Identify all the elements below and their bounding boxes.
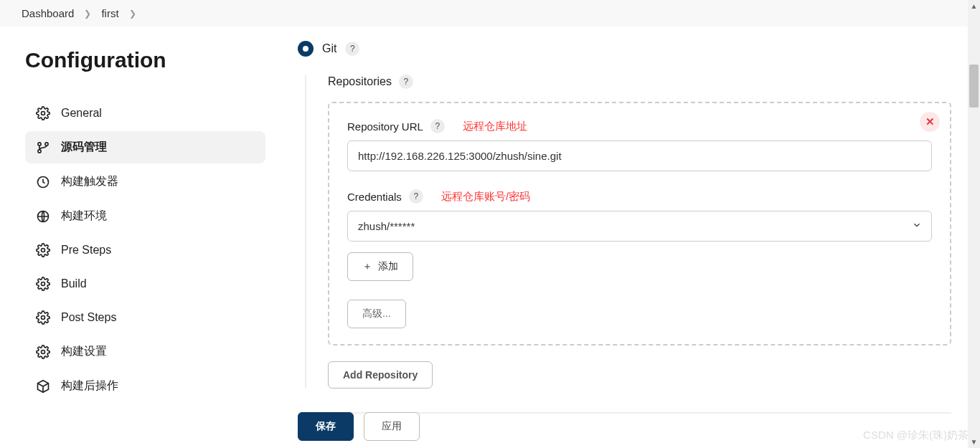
svg-point-8 bbox=[42, 316, 45, 320]
sidebar-item-poststeps[interactable]: Post Steps bbox=[25, 302, 265, 333]
sidebar-item-general[interactable]: General bbox=[25, 97, 265, 129]
apply-button[interactable]: 应用 bbox=[364, 412, 420, 441]
credentials-annotation: 远程仓库账号/密码 bbox=[441, 190, 530, 204]
gear-icon bbox=[36, 310, 50, 325]
repository-box: ✕ Repository URL ? 远程仓库地址 Credentials ? … bbox=[328, 102, 951, 345]
sidebar-item-scm[interactable]: 源码管理 bbox=[25, 131, 265, 163]
gear-icon bbox=[36, 345, 50, 359]
scroll-up-icon[interactable]: ▲ bbox=[968, 0, 980, 12]
page-title: Configuration bbox=[25, 48, 265, 72]
svg-point-6 bbox=[42, 249, 45, 252]
repositories-label: Repositories bbox=[328, 75, 392, 88]
sidebar-item-presteps[interactable]: Pre Steps bbox=[25, 234, 265, 266]
sidebar-item-label: 源码管理 bbox=[61, 140, 107, 155]
box-icon bbox=[36, 379, 50, 394]
repo-url-label: Repository URL bbox=[347, 120, 423, 133]
scrollbar-vertical[interactable]: ▲ ▼ bbox=[968, 0, 980, 448]
sidebar-item-label: Post Steps bbox=[61, 311, 116, 324]
scrollbar-thumb[interactable] bbox=[969, 65, 979, 108]
sidebar-item-label: Pre Steps bbox=[61, 244, 111, 257]
chevron-right-icon: ❯ bbox=[129, 9, 136, 19]
svg-point-2 bbox=[38, 149, 41, 152]
credentials-select[interactable]: zhush/****** bbox=[347, 211, 932, 242]
repo-url-annotation: 远程仓库地址 bbox=[463, 120, 527, 133]
breadcrumb: Dashboard ❯ first ❯ bbox=[0, 0, 980, 27]
gear-icon bbox=[36, 277, 50, 291]
sidebar-item-label: 构建环境 bbox=[61, 209, 107, 224]
scroll-down-icon[interactable]: ▼ bbox=[968, 436, 980, 448]
svg-point-0 bbox=[42, 112, 45, 115]
add-credentials-button[interactable]: ＋ 添加 bbox=[347, 252, 413, 281]
add-credentials-label: 添加 bbox=[378, 260, 398, 273]
advanced-button[interactable]: 高级... bbox=[347, 300, 406, 328]
svg-point-3 bbox=[45, 142, 48, 145]
sidebar-item-buildsettings[interactable]: 构建设置 bbox=[25, 335, 265, 368]
chevron-right-icon: ❯ bbox=[84, 9, 91, 19]
repo-url-input[interactable] bbox=[347, 140, 932, 171]
sidebar-item-label: 构建后操作 bbox=[61, 378, 118, 394]
help-icon[interactable]: ? bbox=[345, 42, 359, 56]
sidebar-item-label: 构建触发器 bbox=[61, 174, 118, 189]
sidebar-item-build[interactable]: Build bbox=[25, 268, 265, 300]
svg-point-9 bbox=[42, 350, 45, 353]
main-content: Git ? Repositories ? ✕ Repository URL ? … bbox=[287, 41, 980, 404]
add-repository-label: Add Repository bbox=[343, 369, 418, 381]
repositories-heading: Repositories ? bbox=[328, 75, 951, 89]
help-icon[interactable]: ? bbox=[399, 75, 413, 89]
scm-git-radio-row[interactable]: Git ? bbox=[298, 41, 951, 57]
help-icon[interactable]: ? bbox=[409, 189, 423, 204]
close-icon: ✕ bbox=[925, 115, 935, 128]
credentials-label: Credentials bbox=[347, 191, 402, 203]
gear-icon bbox=[36, 243, 50, 257]
sidebar-item-label: 构建设置 bbox=[61, 344, 107, 359]
branch-icon bbox=[36, 140, 50, 155]
breadcrumb-item-first[interactable]: first bbox=[101, 7, 118, 19]
sidebar-item-postbuild[interactable]: 构建后操作 bbox=[25, 370, 265, 402]
watermark: CSDN @珍朱(珠)奶茶 bbox=[863, 429, 969, 442]
sidebar-item-label: Build bbox=[61, 277, 87, 290]
radio-selected-icon[interactable] bbox=[298, 41, 314, 57]
globe-icon bbox=[36, 209, 50, 224]
scm-git-label: Git bbox=[322, 42, 336, 55]
sidebar-item-label: General bbox=[61, 107, 102, 120]
add-repository-button[interactable]: Add Repository bbox=[328, 361, 433, 389]
remove-repo-button[interactable]: ✕ bbox=[920, 112, 940, 132]
clock-icon bbox=[36, 175, 50, 189]
help-icon[interactable]: ? bbox=[430, 119, 445, 133]
sidebar: Configuration General 源码管理 构建触发器 构建环境 bbox=[0, 41, 287, 404]
svg-point-1 bbox=[38, 142, 41, 145]
sidebar-item-triggers[interactable]: 构建触发器 bbox=[25, 166, 265, 198]
save-button[interactable]: 保存 bbox=[298, 412, 354, 441]
svg-point-7 bbox=[42, 282, 45, 286]
gear-icon bbox=[36, 106, 50, 120]
plus-icon: ＋ bbox=[362, 260, 372, 273]
sidebar-item-env[interactable]: 构建环境 bbox=[25, 200, 265, 232]
advanced-label: 高级... bbox=[362, 308, 391, 320]
breadcrumb-item-dashboard[interactable]: Dashboard bbox=[22, 7, 74, 19]
footer-actions: 保存 应用 bbox=[298, 412, 420, 441]
